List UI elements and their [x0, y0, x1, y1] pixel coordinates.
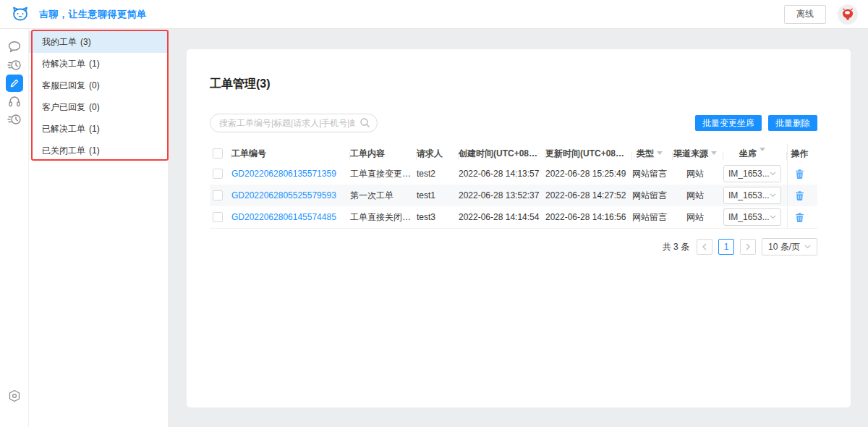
- ticket-id-link[interactable]: GD2022062806145574485: [231, 212, 336, 222]
- table-row: GD2022062805525579593 第一次工单 test1 2022-0…: [210, 185, 817, 206]
- ticket-type: 网站留言: [632, 211, 673, 224]
- red-cat-avatar-icon: [841, 7, 855, 22]
- sidebar-item-closed-tickets[interactable]: 已关闭工单 (1): [29, 140, 168, 161]
- agent-select[interactable]: IM_1653...: [723, 208, 781, 226]
- row-checkbox[interactable]: [213, 190, 223, 200]
- sidebar-item-count: (0): [89, 102, 100, 112]
- ticket-created-time: 2022-06-28 14:13:57: [459, 169, 545, 179]
- sidebar-item-resolved-tickets[interactable]: 已解决工单 (1): [29, 118, 168, 140]
- status-button[interactable]: 离线: [784, 5, 826, 24]
- sidebar-item-pending-tickets[interactable]: 待解决工单 (1): [29, 53, 168, 75]
- column-header-updated: 更新时间(UTC+08:00): [545, 148, 632, 160]
- icon-rail: [0, 29, 29, 427]
- ticket-table: 工单编号 工单内容 请求人 创建时间(UTC+08:00) 更新时间(UTC+0…: [210, 144, 817, 229]
- ticket-requester: test3: [417, 212, 459, 222]
- page-size-select[interactable]: 10 条/页: [762, 238, 817, 255]
- sort-caret-icon: [711, 151, 717, 155]
- sidebar-item-label: 已关闭工单: [42, 145, 85, 157]
- batch-change-agent-button[interactable]: 批量变更坐席: [695, 115, 762, 131]
- sidebar-item-my-tickets[interactable]: 我的工单 (3): [29, 31, 168, 53]
- row-checkbox[interactable]: [213, 169, 223, 179]
- chevron-down-icon: [770, 172, 776, 176]
- ticket-updated-time: 2022-06-28 14:27:52: [545, 190, 632, 200]
- chevron-down-icon: [770, 193, 776, 198]
- ticket-requester: test1: [417, 190, 459, 200]
- delete-ticket-icon[interactable]: [794, 212, 805, 223]
- ticket-channel: 网站: [673, 190, 723, 202]
- sidebar-item-agent-replied[interactable]: 客服已回复 (0): [29, 75, 168, 96]
- sidebar-item-count: (1): [89, 59, 100, 69]
- page-title: 工单管理(3): [210, 77, 817, 92]
- delete-ticket-icon[interactable]: [794, 190, 805, 201]
- sidebar-item-count: (0): [89, 80, 100, 90]
- sidebar-item-count: (1): [89, 145, 100, 156]
- batch-delete-button[interactable]: 批量删除: [768, 115, 817, 131]
- history-icon[interactable]: [6, 56, 23, 74]
- pagination-next-button[interactable]: [740, 239, 756, 255]
- pagination-page-1[interactable]: 1: [718, 239, 734, 255]
- pencil-icon[interactable]: [6, 75, 23, 92]
- column-header-channel[interactable]: 渠道来源: [673, 148, 723, 160]
- search-input[interactable]: [210, 114, 378, 132]
- toolbar: 批量变更坐席 批量删除: [210, 114, 817, 132]
- ticket-created-time: 2022-06-28 13:52:37: [459, 190, 545, 200]
- column-header-operation: 操作: [787, 144, 817, 163]
- sidebar-item-label: 我的工单: [42, 36, 77, 48]
- ticket-updated-time: 2022-06-28 14:16:56: [545, 212, 632, 222]
- chevron-down-icon: [770, 215, 776, 219]
- sidebar-item-label: 已解决工单: [42, 123, 85, 135]
- avatar[interactable]: [838, 4, 858, 25]
- ticket-id-link[interactable]: GD2022062806135571359: [231, 169, 336, 179]
- pagination-total: 共 3 条: [663, 241, 689, 253]
- search-icon[interactable]: [359, 117, 370, 128]
- row-checkbox[interactable]: [213, 212, 223, 222]
- ticket-management-card: 工单管理(3) 批量变更坐席 批量删除 工单编号 工单: [187, 49, 851, 407]
- select-all-checkbox[interactable]: [213, 148, 223, 158]
- ticket-requester: test2: [417, 169, 459, 179]
- ticket-id-link[interactable]: GD2022062805525579593: [231, 190, 336, 200]
- table-body: GD2022062806135571359 工单直接变更状态 test2 202…: [210, 163, 817, 229]
- brand-title: 吉聊，让生意聊得更简单: [39, 8, 147, 21]
- settings-hexagon-icon[interactable]: [6, 387, 23, 405]
- sidebar-item-count: (1): [89, 124, 100, 134]
- column-header-content: 工单内容: [350, 148, 417, 160]
- delete-ticket-icon[interactable]: [794, 169, 805, 179]
- sidebar-item-customer-replied[interactable]: 客户已回复 (0): [29, 96, 168, 118]
- ticket-content: 第一次工单: [350, 190, 417, 202]
- pagination-prev-button[interactable]: [697, 239, 712, 255]
- sort-caret-icon: [760, 148, 765, 151]
- chevron-down-icon: [804, 245, 811, 249]
- content-area: 工单管理(3) 批量变更坐席 批量删除 工单编号 工单: [168, 29, 868, 427]
- sidebar-item-label: 客户已回复: [42, 101, 85, 114]
- ticket-content: 工单直接变更状态: [350, 168, 417, 180]
- search-box: [210, 114, 378, 132]
- agent-select[interactable]: IM_1653...: [723, 165, 781, 182]
- column-header-requester: 请求人: [417, 148, 459, 160]
- ticket-created-time: 2022-06-28 14:14:54: [459, 212, 545, 222]
- headset-icon[interactable]: [6, 93, 23, 110]
- chat-icon[interactable]: [6, 38, 23, 56]
- sort-caret-icon: [657, 151, 663, 155]
- column-header-created: 创建时间(UTC+08:00): [459, 148, 545, 160]
- ticket-filter-sidebar: 我的工单 (3) 待解决工单 (1) 客服已回复 (0) 客户已回复 (0) 已…: [29, 29, 168, 427]
- cat-face-logo-icon: [10, 4, 30, 25]
- table-row: GD2022062806135571359 工单直接变更状态 test2 202…: [210, 163, 817, 185]
- sidebar-item-label: 待解决工单: [42, 58, 85, 70]
- ticket-channel: 网站: [673, 168, 723, 180]
- ticket-type: 网站留言: [632, 190, 673, 202]
- column-header-ticket-id: 工单编号: [231, 148, 350, 160]
- sidebar-item-count: (3): [80, 37, 91, 47]
- ticket-history-icon[interactable]: [6, 111, 23, 128]
- table-row: GD2022062806145574485 工单直接关闭后... test3 2…: [210, 206, 817, 228]
- sidebar-item-label: 客服已回复: [42, 80, 85, 92]
- brand: 吉聊，让生意聊得更简单: [10, 4, 147, 25]
- ticket-type: 网站留言: [632, 168, 673, 180]
- column-header-type[interactable]: 类型: [632, 148, 673, 160]
- agent-select[interactable]: IM_1653...: [723, 187, 781, 204]
- pagination: 共 3 条 1 10 条/页: [210, 238, 817, 255]
- ticket-updated-time: 2022-06-28 15:25:49: [545, 169, 632, 179]
- table-header-row: 工单编号 工单内容 请求人 创建时间(UTC+08:00) 更新时间(UTC+0…: [210, 144, 817, 163]
- column-header-agent[interactable]: 坐席: [723, 148, 787, 160]
- topbar: 吉聊，让生意聊得更简单 离线: [0, 0, 868, 29]
- ticket-content: 工单直接关闭后...: [350, 211, 417, 224]
